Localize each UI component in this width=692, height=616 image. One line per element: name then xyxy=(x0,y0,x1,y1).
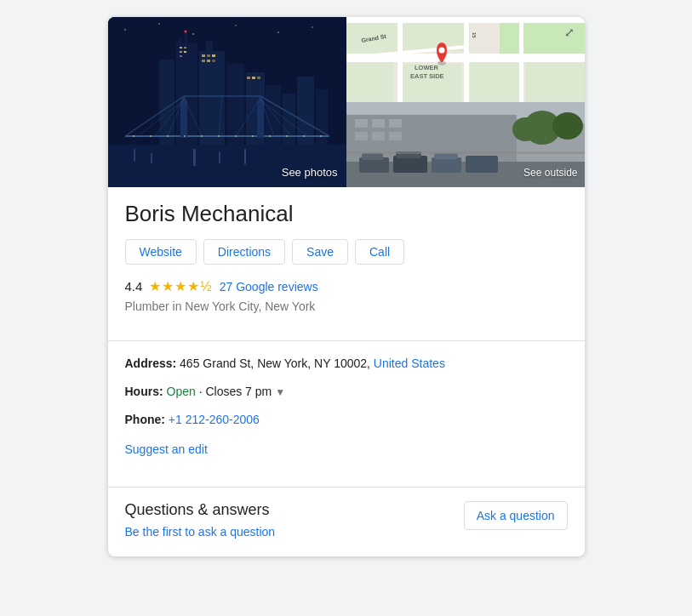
svg-rect-20 xyxy=(227,64,244,145)
address-value: 465 Grand St, New York, NY 10002, xyxy=(180,356,370,370)
svg-point-100 xyxy=(552,112,583,140)
phone-row: Phone: +1 212-260-2006 xyxy=(125,411,568,429)
svg-rect-97 xyxy=(372,132,385,140)
svg-rect-72 xyxy=(346,60,393,102)
business-info: Boris Mechanical Website Directions Save… xyxy=(108,187,585,327)
svg-point-8 xyxy=(158,23,160,25)
right-panel: Grand St 15 LOWER EAST SIDE ⤢ xyxy=(346,17,585,187)
svg-rect-107 xyxy=(432,157,461,173)
svg-rect-6 xyxy=(244,149,246,164)
hours-label: Hours: xyxy=(125,385,163,398)
svg-rect-3 xyxy=(151,153,152,163)
map-thumbnail[interactable]: Grand St 15 LOWER EAST SIDE ⤢ xyxy=(346,17,585,102)
svg-rect-31 xyxy=(202,54,205,57)
details-section: Address: 465 Grand St, New York, NY 1000… xyxy=(108,355,585,473)
map-background: Grand St 15 LOWER EAST SIDE xyxy=(346,17,585,102)
svg-rect-108 xyxy=(434,153,458,159)
svg-rect-95 xyxy=(389,119,402,128)
svg-point-17 xyxy=(184,31,186,33)
svg-point-10 xyxy=(235,25,237,26)
svg-text:EAST SIDE: EAST SIDE xyxy=(410,72,444,80)
hours-dropdown-icon[interactable]: ▼ xyxy=(275,386,285,398)
svg-point-60 xyxy=(184,135,186,137)
svg-rect-33 xyxy=(212,54,215,57)
svg-rect-34 xyxy=(202,60,205,62)
svg-rect-29 xyxy=(184,51,186,53)
expand-map-icon[interactable]: ⤢ xyxy=(561,24,578,41)
svg-point-101 xyxy=(512,117,538,141)
main-photo[interactable]: See photos xyxy=(108,17,346,187)
business-card: See photos xyxy=(108,17,585,556)
svg-rect-37 xyxy=(247,77,250,79)
see-outside-label[interactable]: See outside xyxy=(523,167,577,179)
svg-rect-15 xyxy=(178,38,182,47)
call-button[interactable]: Call xyxy=(355,239,404,265)
hours-detail: · Closes 7 pm xyxy=(199,385,272,398)
svg-point-9 xyxy=(192,33,194,35)
svg-rect-5 xyxy=(219,151,220,163)
svg-point-59 xyxy=(167,135,169,137)
svg-text:15: 15 xyxy=(472,32,477,38)
svg-rect-94 xyxy=(372,119,385,128)
save-button[interactable]: Save xyxy=(292,239,348,265)
svg-point-66 xyxy=(286,135,288,137)
svg-rect-96 xyxy=(355,132,368,140)
suggest-edit-link[interactable]: Suggest an edit xyxy=(125,442,208,456)
business-category: Plumber in New York City, New York xyxy=(125,299,568,313)
svg-rect-36 xyxy=(212,60,215,62)
rating-row: 4.4 ★★★★½ 27 Google reviews xyxy=(125,278,568,294)
action-buttons: Website Directions Save Call xyxy=(125,239,568,265)
svg-rect-2 xyxy=(134,149,135,162)
svg-rect-4 xyxy=(193,149,196,166)
business-name: Boris Mechanical xyxy=(125,201,568,227)
svg-rect-18 xyxy=(199,51,225,145)
svg-rect-80 xyxy=(519,17,523,102)
qa-first-link[interactable]: Be the first to ask a question xyxy=(125,525,276,539)
svg-rect-30 xyxy=(180,55,182,57)
directions-button[interactable]: Directions xyxy=(203,239,285,265)
map-svg: Grand St 15 LOWER EAST SIDE xyxy=(346,17,585,102)
svg-rect-38 xyxy=(252,77,255,79)
address-row: Address: 465 Grand St, New York, NY 1000… xyxy=(125,355,568,373)
svg-rect-78 xyxy=(397,17,403,102)
svg-rect-75 xyxy=(470,60,521,102)
skyline-svg xyxy=(108,17,346,187)
svg-rect-16 xyxy=(185,32,187,45)
svg-rect-79 xyxy=(464,17,469,102)
street-photo[interactable]: See outside xyxy=(346,102,585,187)
divider-2 xyxy=(108,487,585,488)
svg-rect-42 xyxy=(257,102,264,138)
open-status: Open xyxy=(167,385,196,398)
svg-point-65 xyxy=(269,135,271,137)
qa-section: Questions & answers Be the first to ask … xyxy=(108,501,585,556)
phone-value[interactable]: +1 212-260-2006 xyxy=(169,413,260,426)
svg-rect-35 xyxy=(207,60,210,62)
website-button[interactable]: Website xyxy=(125,239,197,265)
address-label: Address: xyxy=(125,356,177,370)
qa-title: Questions & answers xyxy=(125,501,276,519)
rating-number: 4.4 xyxy=(125,279,143,294)
hours-row: Hours: Open · Closes 7 pm ▼ xyxy=(125,383,568,401)
svg-rect-28 xyxy=(180,51,182,53)
svg-rect-13 xyxy=(159,60,174,145)
svg-rect-81 xyxy=(346,17,585,23)
svg-point-12 xyxy=(312,26,313,28)
svg-rect-76 xyxy=(525,60,585,102)
ask-question-button[interactable]: Ask a question xyxy=(464,501,568,530)
svg-point-62 xyxy=(218,135,220,137)
svg-point-63 xyxy=(235,135,237,137)
svg-point-64 xyxy=(252,135,254,137)
svg-rect-110 xyxy=(346,151,585,154)
see-photos-label[interactable]: See photos xyxy=(282,166,338,179)
svg-rect-98 xyxy=(389,132,402,140)
address-country[interactable]: United States xyxy=(374,356,445,370)
svg-rect-26 xyxy=(180,47,182,48)
divider-1 xyxy=(108,340,585,341)
svg-rect-93 xyxy=(355,119,368,128)
image-section: See photos xyxy=(108,17,585,187)
photo-background xyxy=(108,17,346,187)
reviews-link[interactable]: 27 Google reviews xyxy=(220,280,318,294)
svg-point-67 xyxy=(303,135,305,137)
phone-label: Phone: xyxy=(125,413,165,426)
svg-point-11 xyxy=(277,31,279,33)
